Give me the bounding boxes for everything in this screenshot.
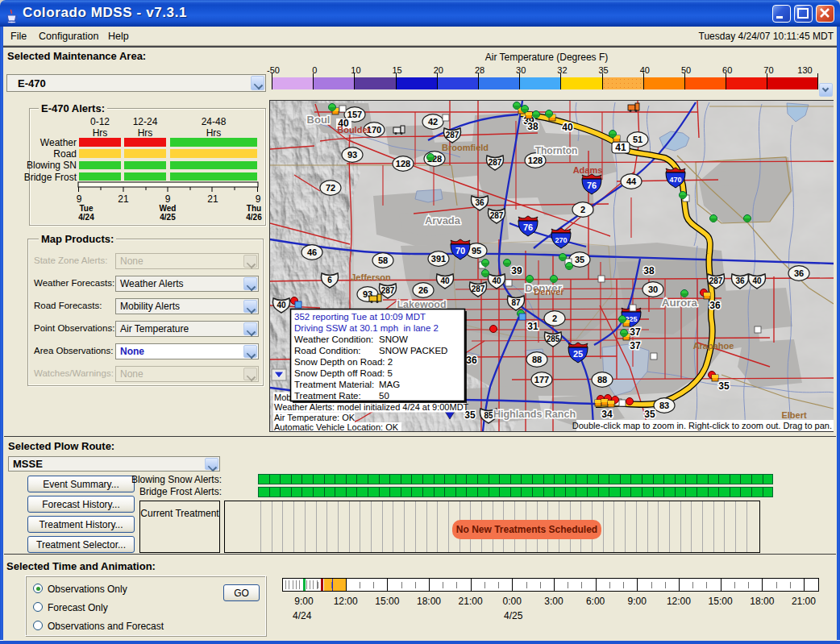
svg-text:87: 87: [511, 298, 521, 307]
svg-text:287: 287: [709, 276, 723, 285]
svg-text:40: 40: [277, 301, 286, 310]
svg-text:287: 287: [490, 211, 504, 220]
svg-text:30: 30: [648, 285, 658, 294]
svg-text:93: 93: [347, 150, 357, 160]
svg-text:2: 2: [580, 205, 585, 214]
svg-text:Jefferson: Jefferson: [351, 272, 391, 282]
svg-text:Elbert: Elbert: [781, 410, 807, 420]
svg-text:Adams: Adams: [573, 165, 603, 175]
svg-text:31: 31: [527, 321, 539, 332]
svg-text:37: 37: [630, 340, 641, 351]
svg-text:Aurora: Aurora: [662, 297, 698, 309]
svg-text:SNOW: SNOW: [379, 334, 408, 344]
svg-text:Weather Condition:: Weather Condition:: [294, 334, 373, 344]
svg-text:Snow Depth on Road: 2: Snow Depth on Road: 2: [294, 357, 393, 367]
svg-text:46: 46: [307, 247, 317, 257]
svg-text:Denver: Denver: [534, 287, 564, 297]
svg-text:287: 287: [472, 285, 485, 293]
svg-text:SNOW PACKED: SNOW PACKED: [379, 346, 447, 355]
svg-text:128: 128: [528, 156, 543, 165]
svg-text:41: 41: [615, 142, 626, 153]
svg-text:38: 38: [643, 265, 655, 276]
svg-text:Thornton: Thornton: [535, 145, 578, 156]
svg-text:Boul: Boul: [307, 114, 331, 126]
svg-text:Treatment Rate:: Treatment Rate:: [294, 391, 361, 401]
svg-text:177: 177: [534, 375, 549, 384]
svg-text:40: 40: [562, 122, 573, 133]
svg-text:Snow Depth off Road: 5: Snow Depth off Road: 5: [294, 368, 393, 378]
svg-text:25: 25: [573, 349, 583, 359]
svg-text:2: 2: [552, 314, 557, 323]
svg-text:42: 42: [428, 117, 438, 127]
svg-text:70: 70: [455, 246, 465, 256]
svg-text:40: 40: [752, 276, 762, 285]
svg-text:35: 35: [575, 255, 584, 264]
svg-text:Arapahoe: Arapahoe: [693, 341, 734, 351]
svg-text:39: 39: [511, 265, 522, 276]
svg-text:MAG: MAG: [379, 380, 400, 389]
svg-text:36: 36: [735, 276, 745, 285]
svg-text:Treatment Material:: Treatment Material:: [294, 380, 374, 389]
svg-text:44: 44: [626, 177, 637, 186]
svg-text:Driving SSW at 30.1 mph in la: Driving SSW at 30.1 mph in lane 2: [294, 323, 439, 333]
svg-text:95: 95: [472, 246, 481, 256]
svg-text:34: 34: [601, 409, 613, 420]
svg-text:287: 287: [489, 158, 502, 167]
svg-text:287: 287: [381, 286, 395, 295]
svg-text:Double-click map to zoom in. R: Double-click map to zoom in. Right-click…: [572, 421, 832, 430]
svg-text:36: 36: [466, 355, 477, 366]
svg-text:72: 72: [326, 183, 335, 193]
svg-text:40: 40: [440, 276, 450, 285]
svg-text:352 reporting Tue at 10:09 MDT: 352 reporting Tue at 10:09 MDT: [294, 312, 426, 322]
svg-text:391: 391: [431, 254, 446, 264]
svg-text:Arvada: Arvada: [425, 214, 461, 226]
svg-text:88: 88: [532, 355, 542, 364]
svg-text:50: 50: [379, 391, 389, 401]
svg-text:58: 58: [378, 256, 388, 265]
svg-text:51: 51: [633, 135, 642, 144]
svg-text:76: 76: [523, 222, 533, 232]
svg-text:Automatic Vehicle Location: OK: Automatic Vehicle Location: OK: [274, 422, 399, 431]
svg-text:287: 287: [446, 131, 460, 139]
svg-text:6: 6: [327, 276, 332, 285]
svg-text:157: 157: [347, 110, 362, 119]
svg-text:40: 40: [492, 276, 501, 285]
svg-text:37: 37: [630, 326, 641, 338]
svg-text:36: 36: [475, 198, 484, 207]
svg-text:38: 38: [527, 121, 539, 132]
svg-text:Air Temperature: OK: Air Temperature: OK: [274, 413, 356, 422]
svg-text:88: 88: [597, 375, 607, 384]
svg-text:270: 270: [555, 236, 567, 244]
svg-text:36: 36: [794, 268, 804, 278]
svg-text:36: 36: [709, 300, 721, 311]
svg-text:470: 470: [669, 176, 681, 184]
svg-text:26: 26: [418, 285, 428, 295]
svg-text:285: 285: [547, 334, 560, 343]
svg-text:Mob: Mob: [274, 393, 291, 402]
svg-text:Weather Alerts: model initiali: Weather Alerts: model initialized 4/24 a…: [274, 402, 469, 412]
svg-text:Highlands Ranch: Highlands Ranch: [493, 409, 576, 420]
svg-text:76: 76: [587, 181, 597, 190]
svg-text:Broomfield: Broomfield: [442, 143, 489, 152]
svg-text:35: 35: [644, 409, 655, 420]
svg-text:83: 83: [659, 401, 669, 410]
svg-text:128: 128: [396, 159, 410, 168]
svg-text:Boulder: Boulder: [337, 125, 371, 135]
svg-text:Road Condition:: Road Condition:: [294, 346, 360, 355]
svg-text:35: 35: [718, 380, 730, 392]
svg-text:85: 85: [484, 411, 493, 420]
